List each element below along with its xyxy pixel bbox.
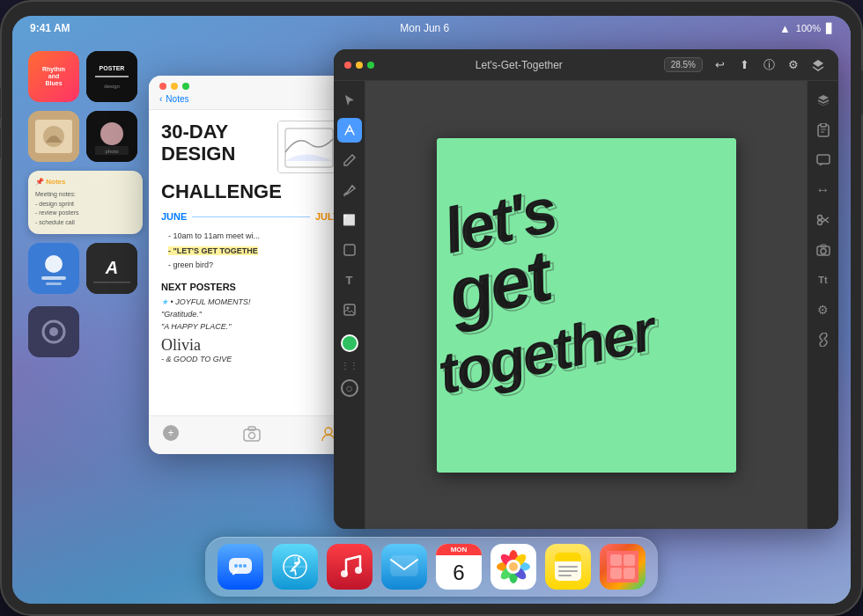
app-row-3: A [28, 243, 143, 294]
close-dot[interactable] [159, 83, 166, 90]
calendar-month: MON [436, 544, 482, 555]
notes-signature: Olivia [161, 336, 339, 355]
note-line-2: - "LET'S GET TOGETHE [161, 246, 339, 257]
volume-up-button[interactable] [0, 88, 1, 119]
design-minimize-dot[interactable] [356, 62, 363, 69]
blue-app-icon[interactable] [28, 243, 79, 294]
comment-button[interactable] [811, 148, 836, 172]
camera-button[interactable] [243, 426, 261, 445]
camera-panel-button[interactable] [811, 238, 836, 262]
svg-point-12 [45, 255, 63, 273]
rhythm-app-icon[interactable]: RhythmandBlues [28, 51, 79, 102]
svg-point-20 [49, 327, 58, 336]
layers-button[interactable] [808, 55, 828, 75]
chevron-left-icon: ‹ [159, 94, 162, 104]
add-note-button[interactable]: + [163, 425, 184, 446]
app-row-2: photo [28, 111, 143, 162]
photo-app-icon-1[interactable] [28, 111, 79, 162]
design-toolbar-actions: ↩ ⬆ ⓘ ⚙ [710, 55, 828, 75]
settings-button[interactable]: ⚙ [784, 55, 803, 75]
pen-tool[interactable] [337, 118, 362, 143]
poster-item-2: "Gratitude." [161, 310, 339, 319]
svg-rect-28 [344, 304, 355, 315]
design-left-toolbar: ⬜ T [334, 81, 365, 529]
sticky-note-widget: 📌 Notes Meeting notes:- design sprint- r… [28, 171, 143, 234]
notes-titlebar: ‹ Notes [149, 76, 351, 110]
selection-tool[interactable] [337, 88, 362, 113]
dock-calendar-icon[interactable]: MON 6 [436, 544, 482, 590]
dock: MON 6 [205, 537, 658, 597]
link-button[interactable] [811, 327, 836, 352]
svg-point-8 [100, 122, 123, 145]
zoom-level[interactable]: 28.5% [664, 57, 703, 72]
pencil-tool[interactable] [337, 148, 362, 172]
notes-sketch [277, 121, 339, 173]
transform-button[interactable]: ↔ [811, 178, 836, 202]
svg-rect-17 [93, 282, 130, 283]
svg-point-69 [509, 562, 518, 571]
svg-point-50 [234, 564, 238, 568]
bottom-icon-row [28, 306, 143, 357]
note-line-3: - green bird? [161, 260, 339, 271]
svg-rect-25 [248, 427, 255, 430]
dock-messages-icon[interactable] [218, 544, 263, 590]
layers-panel-button[interactable] [811, 88, 836, 113]
photo-app-icon-2[interactable]: photo [86, 111, 137, 162]
share-button[interactable]: ⬆ [734, 55, 754, 75]
design-doc-title: Let's-Get-Together [381, 59, 657, 71]
dock-mail-icon[interactable] [381, 544, 427, 590]
circle-tool[interactable]: ○ [341, 379, 358, 397]
notes-footer: + [149, 415, 351, 454]
dock-safari-icon[interactable] [272, 544, 318, 590]
svg-text:photo: photo [105, 149, 119, 154]
text-tool[interactable]: T [337, 268, 362, 292]
minimize-dot[interactable] [171, 83, 178, 90]
dock-music-icon[interactable] [327, 544, 372, 590]
svg-point-51 [239, 564, 242, 568]
svg-point-52 [243, 564, 247, 568]
notes-window: ‹ Notes 30-DAY DESIGN CHALLENGE [149, 76, 351, 454]
eraser-tool[interactable]: ⬜ [337, 208, 362, 232]
undo-button[interactable]: ↩ [710, 55, 729, 75]
poster-item-3: "A HAPPY PLACE." [161, 322, 339, 331]
svg-rect-2 [95, 76, 129, 77]
shape-tool[interactable] [337, 238, 362, 262]
status-bar: 9:41 AM Mon Jun 6 ▲ 100% ▊ [12, 16, 851, 40]
svg-rect-80 [623, 568, 635, 579]
notes-back-nav[interactable]: ‹ Notes [159, 94, 341, 104]
app-row-1: RhythmandBlues POSTER design [28, 51, 143, 102]
scissors-button[interactable] [811, 208, 836, 232]
image-tool[interactable] [337, 297, 362, 322]
settings-panel-button[interactable]: ⚙ [811, 297, 836, 322]
battery-text: 100% [796, 23, 821, 33]
dock-photos-icon[interactable] [491, 544, 536, 590]
settings-like-icon[interactable] [28, 306, 79, 357]
window-dots [159, 83, 341, 90]
dock-spark-icon[interactable] [600, 544, 645, 590]
ipad-frame: 9:41 AM Mon Jun 6 ▲ 100% ▊ RhythmandBlue… [0, 0, 863, 616]
design-close-dot[interactable] [344, 62, 351, 69]
design-maximize-dot[interactable] [367, 62, 374, 69]
text-style-button[interactable]: Tt [811, 268, 836, 292]
dock-notes-icon[interactable] [545, 544, 591, 590]
battery-icon: ▊ [826, 23, 833, 34]
color-picker-dot[interactable] [341, 334, 358, 352]
notes-content: 30-DAY DESIGN CHALLENGE JUNE JULY - 10am… [149, 110, 351, 418]
volume-down-button[interactable] [0, 128, 1, 158]
brush-tool[interactable] [337, 178, 362, 202]
date-separator [192, 216, 310, 218]
note-highlight: - "LET'S GET TOGETHE [168, 246, 258, 255]
artwork-canvas: let's get together let's get together [437, 138, 736, 473]
black-poster-icon[interactable]: POSTER design [86, 51, 137, 102]
clipboard-panel-button[interactable] [811, 118, 836, 143]
svg-rect-13 [41, 276, 66, 280]
svg-rect-21 [278, 121, 339, 173]
info-button[interactable]: ⓘ [759, 55, 778, 75]
more-tools-dots[interactable]: ⋮⋮ [341, 361, 358, 370]
dark-poster-icon[interactable]: A [86, 243, 137, 294]
svg-rect-41 [817, 155, 830, 164]
home-screen-apps: RhythmandBlues POSTER design [28, 51, 143, 357]
poster-item-1: ★ • JOYFUL MOMENTS! [161, 297, 339, 306]
design-canvas[interactable]: let's get together let's get together [365, 81, 807, 529]
maximize-dot[interactable] [182, 83, 189, 90]
